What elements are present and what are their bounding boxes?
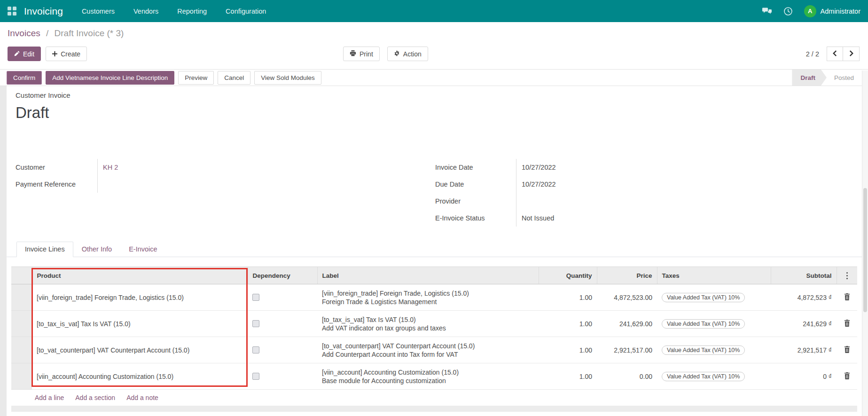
- breadcrumb: Invoices / Draft Invoice (* 3): [8, 28, 124, 39]
- add-a-line-link[interactable]: Add a line: [35, 394, 64, 401]
- price-cell[interactable]: 0.00: [597, 363, 657, 390]
- subtotal-cell: 0 ₫: [771, 363, 837, 390]
- statusbar: Confirm Add Vietnamese Invoice Line Desc…: [0, 69, 868, 86]
- delete-row-button[interactable]: [841, 346, 852, 354]
- product-cell[interactable]: [to_tax_is_vat] Tax Is VAT (15.0): [32, 311, 248, 337]
- status-draft[interactable]: Draft: [792, 70, 827, 86]
- pager-previous-button[interactable]: [827, 47, 843, 61]
- quantity-cell[interactable]: 1.00: [539, 284, 597, 311]
- price-cell[interactable]: 2,921,517.00: [597, 337, 657, 363]
- invoice-date-label: Invoice Date: [435, 164, 516, 171]
- field-provider: Provider: [435, 193, 718, 210]
- tab-invoice-lines[interactable]: Invoice Lines: [16, 242, 73, 257]
- apps-grid-icon[interactable]: [8, 7, 16, 16]
- status-widget: Draft Posted: [792, 70, 861, 86]
- dependency-checkbox[interactable]: [252, 373, 259, 380]
- field-group-right: Invoice Date 10/27/2022 Due Date 10/27/2…: [435, 159, 718, 227]
- tab-e-invoice[interactable]: E-Invoice: [120, 242, 165, 257]
- menu-customers[interactable]: Customers: [82, 8, 115, 15]
- subtotal-column-header: Subtotal: [771, 267, 837, 284]
- label-line-2: Add VAT indicator on tax groups and taxe…: [322, 324, 534, 332]
- tax-badge: Value Added Tax (VAT) 10%: [662, 345, 745, 355]
- create-button[interactable]: Create: [46, 47, 87, 61]
- dependency-checkbox[interactable]: [252, 346, 259, 353]
- delete-row-button[interactable]: [841, 372, 852, 381]
- field-payment-reference: Payment Reference: [16, 176, 351, 193]
- subtotal-cell: 2,921,517 ₫: [771, 337, 837, 363]
- tax-badge: Value Added Tax (VAT) 10%: [662, 319, 745, 329]
- label-line-1: [to_vat_counterpart] VAT Counterpart Acc…: [322, 342, 534, 350]
- menu-vendors[interactable]: Vendors: [133, 8, 158, 15]
- app-name[interactable]: Invoicing: [24, 6, 63, 17]
- tab-other-info[interactable]: Other Info: [73, 242, 120, 257]
- table-row: [viin_account] Accounting Customization …: [11, 363, 857, 390]
- payment-reference-label: Payment Reference: [16, 181, 97, 188]
- trash-icon: [844, 293, 850, 302]
- product-cell[interactable]: [to_vat_counterpart] VAT Counterpart Acc…: [32, 337, 248, 363]
- view-sold-modules-button[interactable]: View Sold Modules: [254, 71, 321, 85]
- add-a-note-link[interactable]: Add a note: [126, 394, 158, 401]
- provider-value: [516, 193, 718, 210]
- invoice-date-value: 10/27/2022: [516, 159, 718, 176]
- scrollbar-track[interactable]: [862, 71, 868, 416]
- dependency-checkbox[interactable]: [252, 320, 259, 327]
- label-cell[interactable]: [to_tax_is_vat] Tax Is VAT (15.0) Add VA…: [317, 311, 539, 337]
- menu-reporting[interactable]: Reporting: [177, 8, 207, 15]
- messages-icon[interactable]: [762, 7, 772, 15]
- trash-icon: [844, 346, 850, 354]
- scrollbar-thumb[interactable]: [863, 188, 867, 313]
- cancel-button[interactable]: Cancel: [218, 71, 250, 85]
- quantity-cell[interactable]: 1.00: [539, 363, 597, 390]
- customer-value[interactable]: KH 2: [97, 159, 351, 176]
- pager-next-button[interactable]: [843, 47, 860, 61]
- optional-columns-toggle-icon[interactable]: [842, 267, 853, 284]
- quantity-cell[interactable]: 1.00: [539, 311, 597, 337]
- table-row: [to_tax_is_vat] Tax Is VAT (15.0) [to_ta…: [11, 311, 857, 337]
- control-panel: Invoices / Draft Invoice (* 3) Edit Crea…: [0, 22, 868, 69]
- dependency-checkbox[interactable]: [252, 294, 259, 301]
- print-button[interactable]: Print: [343, 47, 380, 61]
- delete-row-button[interactable]: [841, 293, 852, 302]
- label-cell[interactable]: [to_vat_counterpart] VAT Counterpart Acc…: [317, 337, 539, 363]
- sheet-left-gutter: [0, 86, 7, 416]
- breadcrumb-invoices[interactable]: Invoices: [8, 28, 40, 38]
- confirm-button[interactable]: Confirm: [7, 71, 42, 85]
- handle-column-header: [11, 267, 32, 284]
- label-line-2: Base module for Accounting customization: [322, 377, 534, 385]
- menu-configuration[interactable]: Configuration: [226, 8, 266, 15]
- einvoice-status-value: Not Issued: [516, 210, 718, 227]
- activities-clock-icon[interactable]: [783, 7, 793, 16]
- preview-button[interactable]: Preview: [178, 71, 214, 85]
- product-cell[interactable]: [viin_foreign_trade] Foreign Trade, Logi…: [32, 284, 248, 311]
- add-vietnamese-invoice-line-description-button[interactable]: Add Vietnamese Invoice Line Description: [46, 71, 174, 85]
- pager-counter: 2 / 2: [806, 50, 819, 58]
- main-menu: Customers Vendors Reporting Configuratio…: [82, 8, 266, 15]
- row-handle: [11, 284, 32, 311]
- invoice-lines-table: Product Dependency Label Quantity Price …: [11, 267, 857, 390]
- einvoice-status-label: E-Invoice Status: [435, 214, 516, 222]
- customer-label: Customer: [16, 164, 97, 171]
- product-cell[interactable]: [viin_account] Accounting Customization …: [32, 363, 248, 390]
- table-header-row: Product Dependency Label Quantity Price …: [11, 267, 857, 284]
- price-cell[interactable]: 4,872,523.00: [597, 284, 657, 311]
- document-type-label: Customer Invoice: [16, 91, 70, 99]
- label-cell[interactable]: [viin_account] Accounting Customization …: [317, 363, 539, 390]
- pencil-icon: [14, 50, 20, 58]
- label-cell[interactable]: [viin_foreign_trade] Foreign Trade, Logi…: [317, 284, 539, 311]
- action-button[interactable]: Action: [387, 47, 428, 61]
- user-avatar[interactable]: A: [804, 5, 816, 17]
- delete-row-button[interactable]: [841, 320, 852, 328]
- label-line-1: [viin_foreign_trade] Foreign Trade, Logi…: [322, 290, 534, 297]
- row-handle: [11, 337, 32, 363]
- user-menu[interactable]: A Administrator: [804, 5, 860, 17]
- edit-button[interactable]: Edit: [8, 47, 41, 61]
- quantity-cell[interactable]: 1.00: [539, 337, 597, 363]
- table-row: [to_vat_counterpart] VAT Counterpart Acc…: [11, 337, 857, 363]
- field-due-date: Due Date 10/27/2022: [435, 176, 718, 193]
- add-a-section-link[interactable]: Add a section: [75, 394, 115, 401]
- dependency-column-header: Dependency: [248, 267, 317, 284]
- subtotal-cell: 241,629 ₫: [771, 311, 837, 337]
- status-posted[interactable]: Posted: [827, 70, 861, 86]
- label-column-header: Label: [317, 267, 539, 284]
- price-cell[interactable]: 241,629.00: [597, 311, 657, 337]
